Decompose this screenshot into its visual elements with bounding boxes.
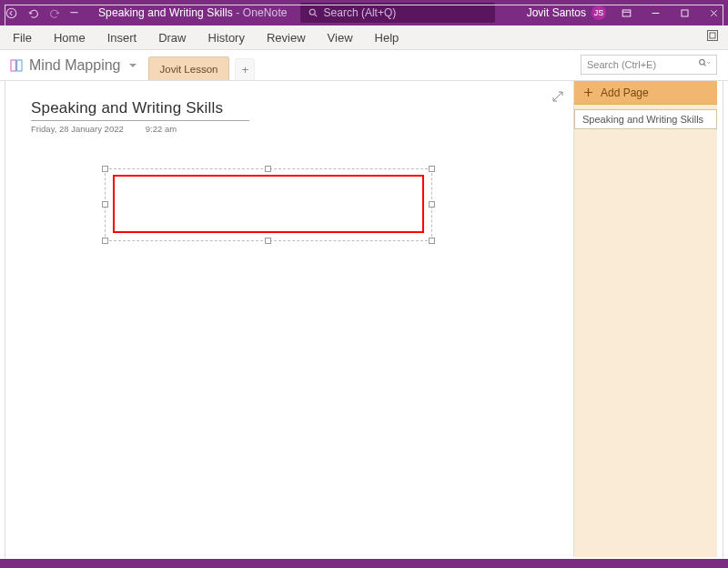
svg-rect-4 <box>708 31 718 41</box>
resize-handle-sw[interactable] <box>102 238 108 244</box>
page-time: 9:22 am <box>146 124 177 134</box>
add-page-label: Add Page <box>601 86 649 99</box>
menu-view[interactable]: View <box>328 31 353 45</box>
menu-review[interactable]: Review <box>267 31 306 45</box>
svg-point-8 <box>700 60 704 65</box>
menu-home[interactable]: Home <box>54 31 86 45</box>
menu-help[interactable]: Help <box>375 31 399 45</box>
ribbon-menu: File Home Insert Draw History Review Vie… <box>0 25 728 50</box>
notebook-selector[interactable]: Mind Mapping <box>29 57 121 74</box>
menu-history[interactable]: History <box>208 31 245 45</box>
resize-handle-w[interactable] <box>102 201 108 208</box>
resize-handle-nw[interactable] <box>102 166 108 172</box>
page-date: Friday, 28 January 2022 <box>31 124 124 134</box>
svg-rect-6 <box>11 60 15 71</box>
plus-icon <box>583 87 593 97</box>
redo-button[interactable] <box>44 0 66 25</box>
menu-file[interactable]: File <box>13 31 32 45</box>
resize-handle-n[interactable] <box>265 166 271 172</box>
status-bar <box>0 559 728 568</box>
note-canvas[interactable]: Speaking and Writing Skills Friday, 28 J… <box>11 81 574 557</box>
add-page-button[interactable]: Add Page <box>574 81 717 105</box>
menu-draw[interactable]: Draw <box>158 31 186 45</box>
resize-handle-e[interactable] <box>429 201 435 208</box>
selected-container[interactable] <box>105 168 432 241</box>
svg-rect-5 <box>710 33 715 38</box>
page-list-item[interactable]: Speaking and Writing Skills <box>574 109 717 129</box>
highlighted-note-container[interactable] <box>113 175 424 233</box>
chevron-down-icon[interactable] <box>128 57 137 74</box>
notebook-icon <box>9 58 24 73</box>
main-split: Speaking and Writing Skills Friday, 28 J… <box>11 81 717 557</box>
resize-handle-se[interactable] <box>429 238 435 244</box>
resize-handle-ne[interactable] <box>429 166 435 172</box>
page-list-pane: Add Page Speaking and Writing Skills <box>574 81 717 557</box>
section-tab-active[interactable]: Jovit Lesson <box>148 56 230 80</box>
resize-handle-s[interactable] <box>265 238 271 244</box>
page-title[interactable]: Speaking and Writing Skills <box>31 99 249 117</box>
notebook-row: Mind Mapping Jovit Lesson + Search (Ctrl… <box>0 50 728 81</box>
fullscreen-toggle-button[interactable] <box>706 29 719 45</box>
page-title-block[interactable]: Speaking and Writing Skills Friday, 28 J… <box>31 99 249 134</box>
search-dropdown-icon[interactable] <box>698 58 711 71</box>
page-search-box[interactable]: Search (Ctrl+E) <box>581 55 717 75</box>
page-search-placeholder: Search (Ctrl+E) <box>587 59 656 70</box>
menu-insert[interactable]: Insert <box>107 31 137 45</box>
svg-rect-7 <box>17 60 22 71</box>
add-section-button[interactable]: + <box>235 58 255 80</box>
expand-canvas-icon[interactable] <box>551 90 564 106</box>
